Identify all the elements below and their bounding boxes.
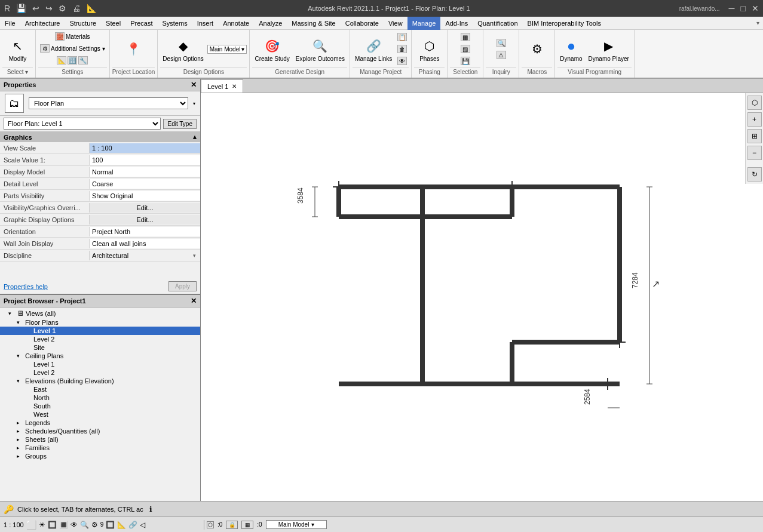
zoom-fit-btn[interactable]: ⊞ (747, 129, 762, 143)
discipline-scroll-down[interactable]: ▾ (193, 253, 200, 259)
properties-scroll[interactable]: View Scale 1 : 100 Scale Value 1: 100 Di… (0, 142, 200, 279)
worksets-btn[interactable]: ⬡ (207, 521, 214, 528)
menu-view[interactable]: View (384, 17, 407, 30)
inquiry-ids-btn[interactable]: 🔍 (495, 38, 508, 48)
tab-level1[interactable]: Level 1 ✕ (201, 79, 243, 93)
prop-value-display-model[interactable]: Normal (90, 167, 200, 177)
explore-outcomes-button[interactable]: 🔍 Explore Outcomes (293, 35, 347, 63)
prop-value-visibility-graphics[interactable]: Edit... (90, 203, 200, 213)
tree-item-ceiling-plans[interactable]: ▾ Ceiling Plans (0, 352, 200, 360)
selection-load-btn[interactable]: ▧ (459, 44, 472, 54)
review-btn[interactable]: 👁 (396, 56, 409, 66)
manage-links-button[interactable]: 🔗 Manage Links (353, 35, 394, 63)
tree-item-level1[interactable]: Level 1 (0, 327, 200, 335)
tree-item-views-all[interactable]: ▾ 🖥 Views (all) (0, 309, 200, 318)
tree-item-schedules[interactable]: ▸ Schedules/Quantities (all) (0, 427, 200, 435)
tree-item-legends[interactable]: ▸ Legends (0, 419, 200, 427)
tree-item-south[interactable]: South (0, 402, 200, 410)
view-control-8[interactable]: 🔲 (106, 521, 115, 529)
menu-manage[interactable]: Manage (407, 17, 441, 30)
tree-item-sheets[interactable]: ▸ Sheets (all) (0, 435, 200, 444)
tree-item-site[interactable]: Site (0, 343, 200, 352)
tree-item-north[interactable]: North (0, 393, 200, 402)
snap-settings-button[interactable]: 📐 🔢 🔧 (55, 55, 90, 66)
properties-help-link[interactable]: Properties help (4, 283, 48, 290)
menu-precast[interactable]: Precast (125, 17, 157, 30)
additional-settings-button[interactable]: ⚙Additional Settings ▾ (38, 43, 107, 54)
prop-value-orientation[interactable]: Project North (90, 227, 200, 236)
rotate-btn[interactable]: ↻ (747, 167, 762, 182)
close-btn[interactable]: ✕ (750, 2, 761, 14)
main-model-dropdown[interactable]: Main Model▾ (207, 45, 247, 54)
menu-analyze[interactable]: Analyze (254, 17, 287, 30)
menu-steel[interactable]: Steel (101, 17, 125, 30)
apply-button[interactable]: Apply (168, 281, 197, 291)
3d-view-btn[interactable]: ⬡ (747, 96, 762, 110)
purge-btn[interactable]: 🗑 (396, 44, 409, 54)
measure-btn[interactable]: 📐 (85, 2, 99, 14)
transfer-project-btn[interactable]: 📋 (396, 32, 409, 42)
menu-bim[interactable]: BIM Interoperability Tools (523, 17, 606, 30)
menu-structure[interactable]: Structure (65, 17, 101, 30)
view-control-4[interactable]: 🔳 (59, 521, 68, 529)
print-btn[interactable]: 🖨 (71, 2, 82, 14)
tab-level1-close[interactable]: ✕ (232, 83, 237, 90)
view-control-6[interactable]: 🔍 (80, 521, 89, 529)
view-control-10[interactable]: 🔗 (128, 521, 137, 529)
minimize-btn[interactable]: ─ (727, 2, 737, 14)
graphics-section-header[interactable]: Graphics ▴ (0, 132, 200, 142)
tree-item-ceiling-level2[interactable]: Level 2 (0, 368, 200, 377)
materials-button[interactable]: 🧱Materials (53, 31, 92, 42)
prop-value-wall-join[interactable]: Clean all wall joins (90, 239, 200, 248)
zoom-in-btn[interactable]: + (747, 112, 762, 127)
view-control-3[interactable]: 🔲 (48, 521, 57, 529)
level-select-btn[interactable]: ▦ (241, 521, 253, 529)
selection-filter-btn[interactable]: ▦ (459, 32, 472, 42)
design-options-button[interactable]: ◆ Design Options (160, 35, 206, 63)
menu-addins[interactable]: Add-Ins (440, 17, 473, 30)
prop-value-discipline[interactable]: Architectural (90, 251, 193, 260)
tree-item-floor-plans[interactable]: ▾ Floor Plans (0, 318, 200, 327)
project-browser-close-btn[interactable]: ✕ (191, 297, 197, 305)
maximize-btn[interactable]: □ (739, 2, 747, 14)
dynamo-player-button[interactable]: ▶ Dynamo Player (586, 35, 632, 63)
inquiry-warnings-btn[interactable]: ⚠ (495, 50, 508, 60)
status-info-icon[interactable]: ℹ (149, 505, 152, 513)
menu-massing[interactable]: Massing & Site (287, 17, 340, 30)
edit-type-button[interactable]: Edit Type (163, 119, 197, 129)
project-location-button[interactable]: 📍 (121, 38, 145, 60)
view-control-7[interactable]: ⚙ (91, 521, 98, 529)
menu-systems[interactable]: Systems (157, 17, 192, 30)
save-btn[interactable]: 💾 (14, 2, 28, 14)
modify-button[interactable]: ↖ Modify (6, 35, 30, 63)
menu-file[interactable]: File (0, 17, 20, 30)
tree-item-ceiling-level1[interactable]: Level 1 (0, 360, 200, 368)
prop-value-parts-visibility[interactable]: Show Original (90, 191, 200, 201)
menu-collaborate[interactable]: Collaborate (341, 17, 384, 30)
coord-lock-btn[interactable]: 🔒 (226, 521, 238, 529)
prop-value-detail-level[interactable]: Coarse (90, 179, 200, 189)
view-control-11[interactable]: ◁ (140, 521, 145, 529)
view-control-1[interactable]: ⬜ (26, 520, 36, 530)
tree-item-west[interactable]: West (0, 410, 200, 419)
options-btn[interactable]: ⚙ (57, 2, 68, 14)
view-control-5[interactable]: 👁 (71, 521, 78, 529)
view-control-9[interactable]: 📐 (117, 521, 126, 529)
type-dropdown[interactable]: Floor Plan (29, 97, 188, 109)
dynamo-button[interactable]: ● Dynamo (557, 35, 584, 63)
instance-dropdown[interactable]: Floor Plan: Level 1 (4, 118, 161, 130)
redo-btn[interactable]: ↪ (44, 2, 54, 14)
model-select-dropdown[interactable]: Main Model ▾ (266, 520, 327, 529)
phases-button[interactable]: ⬡ Phases (417, 35, 442, 63)
menu-quantification[interactable]: Quantification (473, 17, 522, 30)
properties-close-btn[interactable]: ✕ (191, 81, 197, 89)
zoom-out-btn[interactable]: − (747, 146, 762, 160)
project-browser-tree[interactable]: ▾ 🖥 Views (all) ▾ Floor Plans Level 1 Le… (0, 307, 200, 501)
prop-value-view-scale[interactable]: 1 : 100 (90, 143, 200, 153)
tree-item-elevations[interactable]: ▾ Elevations (Building Elevation) (0, 377, 200, 385)
menu-insert[interactable]: Insert (192, 17, 219, 30)
menu-architecture[interactable]: Architecture (20, 17, 65, 30)
drawing-canvas[interactable]: .wall { stroke: #333; fill: none; } .wal… (201, 93, 763, 501)
create-study-button[interactable]: 🎯 Create Study (252, 35, 292, 63)
tree-item-level2-floor[interactable]: Level 2 (0, 335, 200, 343)
